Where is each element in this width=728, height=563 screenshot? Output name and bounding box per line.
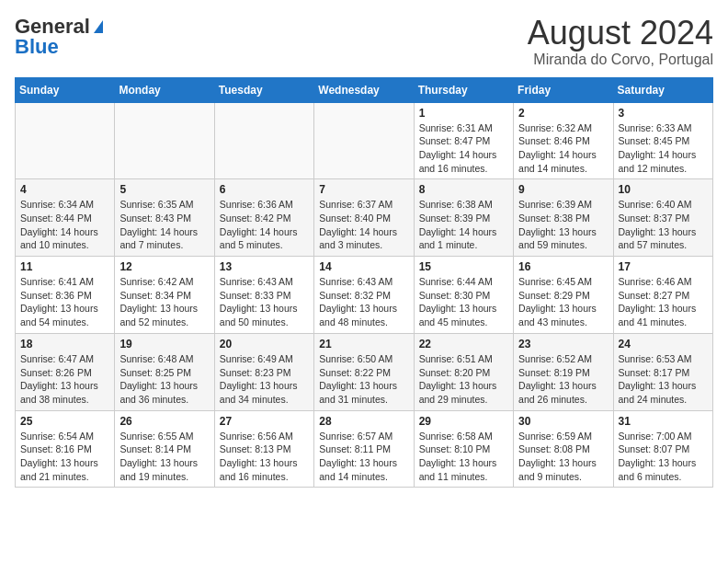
sunset-text: Sunset: 8:30 PM xyxy=(419,289,508,303)
sunset-text: Sunset: 8:16 PM xyxy=(20,442,109,456)
daylight-text: Daylight: 13 hours and 38 minutes. xyxy=(20,379,109,406)
day-number: 17 xyxy=(619,260,708,273)
daylight-text: Daylight: 13 hours and 50 minutes. xyxy=(220,302,309,328)
day-info: Sunrise: 6:54 AMSunset: 8:16 PMDaylight:… xyxy=(20,430,109,484)
day-number: 21 xyxy=(319,338,408,350)
sunset-text: Sunset: 8:40 PM xyxy=(319,212,408,225)
sunset-text: Sunset: 8:45 PM xyxy=(619,134,708,148)
daylight-text: Daylight: 14 hours and 12 minutes. xyxy=(619,148,708,175)
day-number: 27 xyxy=(220,415,309,428)
day-info: Sunrise: 6:38 AMSunset: 8:39 PMDaylight:… xyxy=(419,198,508,252)
sunset-text: Sunset: 8:14 PM xyxy=(119,442,209,456)
calendar-cell: 8Sunrise: 6:38 AMSunset: 8:39 PMDaylight… xyxy=(414,179,513,257)
sunrise-text: Sunrise: 6:39 AM xyxy=(518,198,608,212)
sunset-text: Sunset: 8:37 PM xyxy=(619,212,708,225)
calendar-table: SundayMondayTuesdayWednesdayThursdayFrid… xyxy=(15,77,713,488)
day-number: 6 xyxy=(220,183,309,196)
day-info: Sunrise: 6:39 AMSunset: 8:38 PMDaylight:… xyxy=(518,198,608,252)
day-info: Sunrise: 6:50 AMSunset: 8:22 PMDaylight:… xyxy=(319,352,408,407)
sunset-text: Sunset: 8:42 PM xyxy=(220,212,309,225)
day-header-monday: Monday xyxy=(115,77,214,102)
calendar-cell: 2Sunrise: 6:32 AMSunset: 8:46 PMDaylight… xyxy=(514,102,613,179)
daylight-text: Daylight: 13 hours and 16 minutes. xyxy=(220,456,309,483)
day-number: 25 xyxy=(20,415,109,428)
calendar-cell xyxy=(16,102,115,179)
daylight-text: Daylight: 13 hours and 6 minutes. xyxy=(619,456,708,483)
calendar-cell: 10Sunrise: 6:40 AMSunset: 8:37 PMDayligh… xyxy=(613,179,712,257)
daylight-text: Daylight: 13 hours and 14 minutes. xyxy=(319,456,408,483)
sunset-text: Sunset: 8:34 PM xyxy=(119,289,209,303)
daylight-text: Daylight: 13 hours and 41 minutes. xyxy=(619,302,708,328)
calendar-cell: 29Sunrise: 6:58 AMSunset: 8:10 PMDayligh… xyxy=(414,410,513,488)
calendar-cell: 16Sunrise: 6:45 AMSunset: 8:29 PMDayligh… xyxy=(514,257,613,334)
calendar-cell: 1Sunrise: 6:31 AMSunset: 8:47 PMDaylight… xyxy=(414,102,513,179)
sunrise-text: Sunrise: 6:59 AM xyxy=(518,430,608,443)
day-info: Sunrise: 6:31 AMSunset: 8:47 PMDaylight:… xyxy=(419,121,508,176)
sunset-text: Sunset: 8:33 PM xyxy=(220,289,309,303)
sunset-text: Sunset: 8:44 PM xyxy=(20,212,109,225)
logo-blue-text: Blue xyxy=(15,35,59,59)
day-number: 31 xyxy=(619,415,708,428)
calendar-cell: 18Sunrise: 6:47 AMSunset: 8:26 PMDayligh… xyxy=(16,333,115,410)
daylight-text: Daylight: 14 hours and 14 minutes. xyxy=(518,148,608,175)
sunset-text: Sunset: 8:11 PM xyxy=(319,442,408,456)
day-number: 14 xyxy=(319,260,408,273)
calendar-cell: 22Sunrise: 6:51 AMSunset: 8:20 PMDayligh… xyxy=(414,333,513,410)
daylight-text: Daylight: 13 hours and 21 minutes. xyxy=(20,456,109,483)
daylight-text: Daylight: 13 hours and 57 minutes. xyxy=(619,225,708,252)
calendar-header-row: SundayMondayTuesdayWednesdayThursdayFrid… xyxy=(16,77,713,102)
daylight-text: Daylight: 14 hours and 3 minutes. xyxy=(319,225,408,252)
sunrise-text: Sunrise: 6:56 AM xyxy=(220,430,309,443)
daylight-text: Daylight: 13 hours and 26 minutes. xyxy=(518,379,608,406)
sunrise-text: Sunrise: 6:41 AM xyxy=(20,275,109,289)
day-number: 7 xyxy=(319,183,408,196)
calendar-cell: 19Sunrise: 6:48 AMSunset: 8:25 PMDayligh… xyxy=(115,333,214,410)
sunrise-text: Sunrise: 6:54 AM xyxy=(20,430,109,443)
day-number: 13 xyxy=(220,260,309,273)
calendar-cell: 21Sunrise: 6:50 AMSunset: 8:22 PMDayligh… xyxy=(314,333,414,410)
calendar-cell: 26Sunrise: 6:55 AMSunset: 8:14 PMDayligh… xyxy=(115,410,214,488)
sunset-text: Sunset: 8:17 PM xyxy=(619,366,708,380)
sunrise-text: Sunrise: 6:32 AM xyxy=(518,121,608,135)
day-info: Sunrise: 6:43 AMSunset: 8:32 PMDaylight:… xyxy=(319,275,408,329)
logo-icon xyxy=(94,20,103,33)
daylight-text: Daylight: 14 hours and 10 minutes. xyxy=(20,225,109,252)
sunrise-text: Sunrise: 6:48 AM xyxy=(119,352,209,366)
day-header-thursday: Thursday xyxy=(414,77,513,102)
day-number: 15 xyxy=(419,260,508,273)
day-number: 22 xyxy=(419,338,508,350)
calendar-cell xyxy=(115,102,214,179)
day-number: 29 xyxy=(419,415,508,428)
calendar-cell: 14Sunrise: 6:43 AMSunset: 8:32 PMDayligh… xyxy=(314,257,414,334)
day-info: Sunrise: 6:40 AMSunset: 8:37 PMDaylight:… xyxy=(619,198,708,252)
calendar-cell: 28Sunrise: 6:57 AMSunset: 8:11 PMDayligh… xyxy=(314,410,414,488)
calendar-cell: 3Sunrise: 6:33 AMSunset: 8:45 PMDaylight… xyxy=(613,102,712,179)
daylight-text: Daylight: 13 hours and 24 minutes. xyxy=(619,379,708,406)
day-number: 2 xyxy=(518,107,608,120)
sunrise-text: Sunrise: 6:47 AM xyxy=(20,352,109,366)
sunset-text: Sunset: 8:13 PM xyxy=(220,442,309,456)
daylight-text: Daylight: 13 hours and 9 minutes. xyxy=(518,456,608,483)
day-info: Sunrise: 6:53 AMSunset: 8:17 PMDaylight:… xyxy=(619,352,708,407)
day-number: 12 xyxy=(119,260,209,273)
sunrise-text: Sunrise: 6:52 AM xyxy=(518,352,608,366)
daylight-text: Daylight: 14 hours and 5 minutes. xyxy=(220,225,309,252)
day-number: 1 xyxy=(419,107,508,120)
daylight-text: Daylight: 13 hours and 43 minutes. xyxy=(518,302,608,328)
calendar-week-row: 4Sunrise: 6:34 AMSunset: 8:44 PMDaylight… xyxy=(16,179,713,257)
day-info: Sunrise: 6:43 AMSunset: 8:33 PMDaylight:… xyxy=(220,275,309,329)
calendar-cell: 20Sunrise: 6:49 AMSunset: 8:23 PMDayligh… xyxy=(214,333,313,410)
calendar-cell: 9Sunrise: 6:39 AMSunset: 8:38 PMDaylight… xyxy=(514,179,613,257)
sunrise-text: Sunrise: 6:43 AM xyxy=(220,275,309,289)
daylight-text: Daylight: 13 hours and 59 minutes. xyxy=(518,225,608,252)
sunset-text: Sunset: 8:29 PM xyxy=(518,289,608,303)
day-info: Sunrise: 6:57 AMSunset: 8:11 PMDaylight:… xyxy=(319,430,408,484)
calendar-cell: 12Sunrise: 6:42 AMSunset: 8:34 PMDayligh… xyxy=(115,257,214,334)
day-info: Sunrise: 6:55 AMSunset: 8:14 PMDaylight:… xyxy=(119,430,209,484)
month-title: August 2024 xyxy=(528,15,713,52)
daylight-text: Daylight: 13 hours and 34 minutes. xyxy=(220,379,309,406)
sunrise-text: Sunrise: 6:34 AM xyxy=(20,198,109,212)
day-info: Sunrise: 6:52 AMSunset: 8:19 PMDaylight:… xyxy=(518,352,608,407)
day-number: 11 xyxy=(20,260,109,273)
day-header-tuesday: Tuesday xyxy=(214,77,313,102)
